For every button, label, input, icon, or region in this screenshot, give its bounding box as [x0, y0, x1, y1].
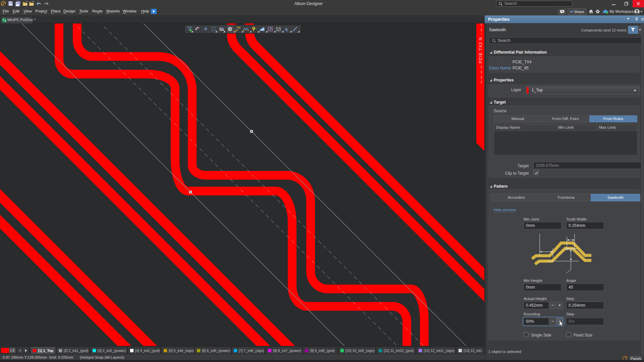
- svg-text:PCIE TX2 N: PCIE TX2 N: [478, 37, 483, 63]
- svg-text:A: A: [284, 27, 288, 32]
- svg-text:10: 10: [277, 29, 279, 31]
